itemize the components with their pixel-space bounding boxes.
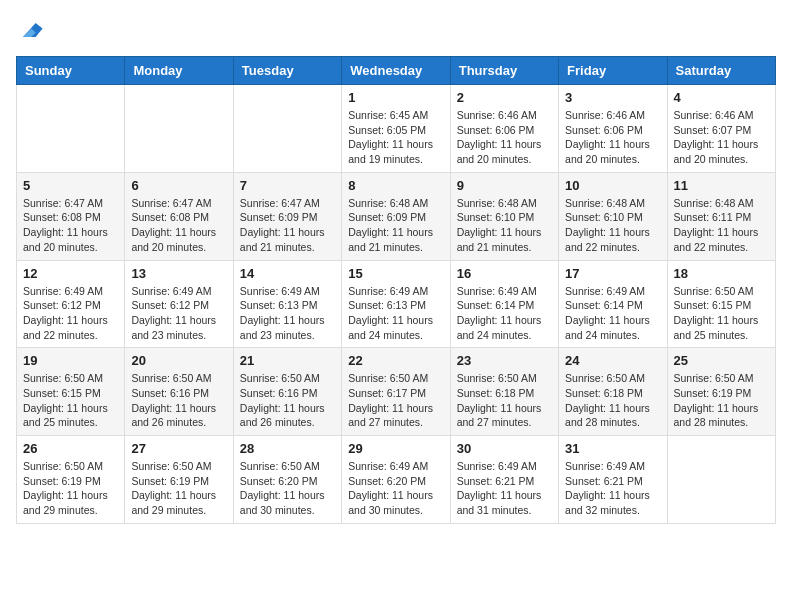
day-number: 25 xyxy=(674,353,769,368)
day-number: 13 xyxy=(131,266,226,281)
day-number: 18 xyxy=(674,266,769,281)
calendar-week-4: 19Sunrise: 6:50 AM Sunset: 6:15 PM Dayli… xyxy=(17,348,776,436)
calendar-cell: 1Sunrise: 6:45 AM Sunset: 6:05 PM Daylig… xyxy=(342,85,450,173)
calendar-cell: 19Sunrise: 6:50 AM Sunset: 6:15 PM Dayli… xyxy=(17,348,125,436)
calendar-week-3: 12Sunrise: 6:49 AM Sunset: 6:12 PM Dayli… xyxy=(17,260,776,348)
calendar-cell: 4Sunrise: 6:46 AM Sunset: 6:07 PM Daylig… xyxy=(667,85,775,173)
day-info: Sunrise: 6:48 AM Sunset: 6:11 PM Dayligh… xyxy=(674,196,769,255)
day-info: Sunrise: 6:49 AM Sunset: 6:12 PM Dayligh… xyxy=(131,284,226,343)
day-info: Sunrise: 6:50 AM Sunset: 6:15 PM Dayligh… xyxy=(674,284,769,343)
calendar-header-row: SundayMondayTuesdayWednesdayThursdayFrid… xyxy=(17,57,776,85)
day-number: 19 xyxy=(23,353,118,368)
calendar-cell: 29Sunrise: 6:49 AM Sunset: 6:20 PM Dayli… xyxy=(342,436,450,524)
day-info: Sunrise: 6:49 AM Sunset: 6:21 PM Dayligh… xyxy=(457,459,552,518)
calendar-cell: 26Sunrise: 6:50 AM Sunset: 6:19 PM Dayli… xyxy=(17,436,125,524)
calendar-cell xyxy=(667,436,775,524)
calendar-cell: 10Sunrise: 6:48 AM Sunset: 6:10 PM Dayli… xyxy=(559,172,667,260)
day-number: 12 xyxy=(23,266,118,281)
day-number: 8 xyxy=(348,178,443,193)
day-number: 4 xyxy=(674,90,769,105)
calendar-cell: 25Sunrise: 6:50 AM Sunset: 6:19 PM Dayli… xyxy=(667,348,775,436)
calendar-cell xyxy=(125,85,233,173)
calendar-cell xyxy=(17,85,125,173)
calendar-cell: 7Sunrise: 6:47 AM Sunset: 6:09 PM Daylig… xyxy=(233,172,341,260)
calendar-cell: 22Sunrise: 6:50 AM Sunset: 6:17 PM Dayli… xyxy=(342,348,450,436)
day-number: 23 xyxy=(457,353,552,368)
day-header-friday: Friday xyxy=(559,57,667,85)
day-number: 14 xyxy=(240,266,335,281)
day-number: 10 xyxy=(565,178,660,193)
day-number: 21 xyxy=(240,353,335,368)
day-info: Sunrise: 6:50 AM Sunset: 6:16 PM Dayligh… xyxy=(240,371,335,430)
day-info: Sunrise: 6:45 AM Sunset: 6:05 PM Dayligh… xyxy=(348,108,443,167)
day-number: 22 xyxy=(348,353,443,368)
day-info: Sunrise: 6:49 AM Sunset: 6:20 PM Dayligh… xyxy=(348,459,443,518)
calendar-cell: 13Sunrise: 6:49 AM Sunset: 6:12 PM Dayli… xyxy=(125,260,233,348)
day-info: Sunrise: 6:50 AM Sunset: 6:18 PM Dayligh… xyxy=(565,371,660,430)
day-number: 24 xyxy=(565,353,660,368)
calendar-cell: 9Sunrise: 6:48 AM Sunset: 6:10 PM Daylig… xyxy=(450,172,558,260)
calendar-week-2: 5Sunrise: 6:47 AM Sunset: 6:08 PM Daylig… xyxy=(17,172,776,260)
day-number: 26 xyxy=(23,441,118,456)
calendar-cell: 16Sunrise: 6:49 AM Sunset: 6:14 PM Dayli… xyxy=(450,260,558,348)
day-info: Sunrise: 6:48 AM Sunset: 6:09 PM Dayligh… xyxy=(348,196,443,255)
day-number: 27 xyxy=(131,441,226,456)
day-number: 3 xyxy=(565,90,660,105)
day-number: 20 xyxy=(131,353,226,368)
calendar-cell: 18Sunrise: 6:50 AM Sunset: 6:15 PM Dayli… xyxy=(667,260,775,348)
day-info: Sunrise: 6:46 AM Sunset: 6:06 PM Dayligh… xyxy=(565,108,660,167)
day-header-saturday: Saturday xyxy=(667,57,775,85)
day-number: 6 xyxy=(131,178,226,193)
day-info: Sunrise: 6:49 AM Sunset: 6:14 PM Dayligh… xyxy=(565,284,660,343)
calendar-cell: 27Sunrise: 6:50 AM Sunset: 6:19 PM Dayli… xyxy=(125,436,233,524)
day-number: 2 xyxy=(457,90,552,105)
day-info: Sunrise: 6:47 AM Sunset: 6:08 PM Dayligh… xyxy=(131,196,226,255)
day-info: Sunrise: 6:49 AM Sunset: 6:13 PM Dayligh… xyxy=(348,284,443,343)
day-info: Sunrise: 6:48 AM Sunset: 6:10 PM Dayligh… xyxy=(457,196,552,255)
calendar-cell: 31Sunrise: 6:49 AM Sunset: 6:21 PM Dayli… xyxy=(559,436,667,524)
day-info: Sunrise: 6:47 AM Sunset: 6:09 PM Dayligh… xyxy=(240,196,335,255)
day-info: Sunrise: 6:50 AM Sunset: 6:16 PM Dayligh… xyxy=(131,371,226,430)
calendar-cell: 17Sunrise: 6:49 AM Sunset: 6:14 PM Dayli… xyxy=(559,260,667,348)
calendar-week-5: 26Sunrise: 6:50 AM Sunset: 6:19 PM Dayli… xyxy=(17,436,776,524)
calendar-cell: 14Sunrise: 6:49 AM Sunset: 6:13 PM Dayli… xyxy=(233,260,341,348)
calendar-cell: 6Sunrise: 6:47 AM Sunset: 6:08 PM Daylig… xyxy=(125,172,233,260)
calendar-cell: 20Sunrise: 6:50 AM Sunset: 6:16 PM Dayli… xyxy=(125,348,233,436)
day-info: Sunrise: 6:50 AM Sunset: 6:15 PM Dayligh… xyxy=(23,371,118,430)
calendar-cell: 28Sunrise: 6:50 AM Sunset: 6:20 PM Dayli… xyxy=(233,436,341,524)
day-info: Sunrise: 6:49 AM Sunset: 6:13 PM Dayligh… xyxy=(240,284,335,343)
day-number: 31 xyxy=(565,441,660,456)
day-info: Sunrise: 6:46 AM Sunset: 6:06 PM Dayligh… xyxy=(457,108,552,167)
day-info: Sunrise: 6:46 AM Sunset: 6:07 PM Dayligh… xyxy=(674,108,769,167)
calendar-cell: 24Sunrise: 6:50 AM Sunset: 6:18 PM Dayli… xyxy=(559,348,667,436)
day-number: 15 xyxy=(348,266,443,281)
day-header-thursday: Thursday xyxy=(450,57,558,85)
day-header-sunday: Sunday xyxy=(17,57,125,85)
calendar-cell: 8Sunrise: 6:48 AM Sunset: 6:09 PM Daylig… xyxy=(342,172,450,260)
calendar-cell: 12Sunrise: 6:49 AM Sunset: 6:12 PM Dayli… xyxy=(17,260,125,348)
calendar-cell: 21Sunrise: 6:50 AM Sunset: 6:16 PM Dayli… xyxy=(233,348,341,436)
calendar-cell: 2Sunrise: 6:46 AM Sunset: 6:06 PM Daylig… xyxy=(450,85,558,173)
day-number: 29 xyxy=(348,441,443,456)
day-number: 30 xyxy=(457,441,552,456)
day-info: Sunrise: 6:50 AM Sunset: 6:17 PM Dayligh… xyxy=(348,371,443,430)
day-header-monday: Monday xyxy=(125,57,233,85)
calendar-cell: 11Sunrise: 6:48 AM Sunset: 6:11 PM Dayli… xyxy=(667,172,775,260)
day-info: Sunrise: 6:49 AM Sunset: 6:14 PM Dayligh… xyxy=(457,284,552,343)
day-info: Sunrise: 6:50 AM Sunset: 6:19 PM Dayligh… xyxy=(674,371,769,430)
day-info: Sunrise: 6:47 AM Sunset: 6:08 PM Dayligh… xyxy=(23,196,118,255)
calendar-week-1: 1Sunrise: 6:45 AM Sunset: 6:05 PM Daylig… xyxy=(17,85,776,173)
calendar-cell: 5Sunrise: 6:47 AM Sunset: 6:08 PM Daylig… xyxy=(17,172,125,260)
calendar-cell: 23Sunrise: 6:50 AM Sunset: 6:18 PM Dayli… xyxy=(450,348,558,436)
day-number: 9 xyxy=(457,178,552,193)
logo xyxy=(16,16,48,44)
day-number: 16 xyxy=(457,266,552,281)
day-info: Sunrise: 6:50 AM Sunset: 6:20 PM Dayligh… xyxy=(240,459,335,518)
calendar-table: SundayMondayTuesdayWednesdayThursdayFrid… xyxy=(16,56,776,524)
day-number: 5 xyxy=(23,178,118,193)
day-number: 11 xyxy=(674,178,769,193)
day-info: Sunrise: 6:50 AM Sunset: 6:18 PM Dayligh… xyxy=(457,371,552,430)
day-number: 7 xyxy=(240,178,335,193)
calendar-cell xyxy=(233,85,341,173)
day-header-tuesday: Tuesday xyxy=(233,57,341,85)
